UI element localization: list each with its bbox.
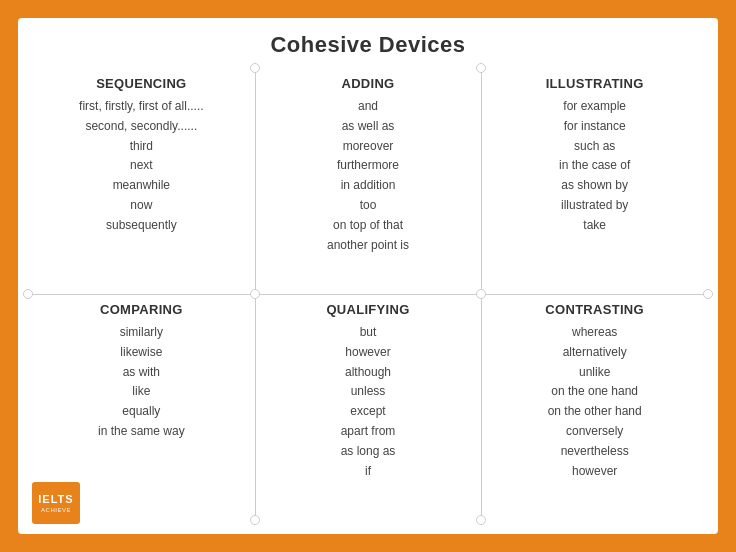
list-item: on the other hand bbox=[548, 402, 642, 422]
list-item: second, secondly...... bbox=[79, 117, 203, 137]
list-item: first, firstly, first of all..... bbox=[79, 97, 203, 117]
ielts-label: IELTS bbox=[38, 493, 73, 505]
list-item: in the same way bbox=[98, 422, 185, 442]
list-item: such as bbox=[559, 137, 630, 157]
adding-header: ADDING bbox=[341, 76, 394, 91]
list-item: if bbox=[341, 462, 396, 482]
list-item: third bbox=[79, 137, 203, 157]
list-item: for instance bbox=[559, 117, 630, 137]
list-item: but bbox=[341, 323, 396, 343]
contrasting-header: CONTRASTING bbox=[545, 302, 644, 317]
list-item: moreover bbox=[327, 137, 409, 157]
cell-qualifying: QUALIFYING but however although unless e… bbox=[255, 294, 482, 520]
list-item: nevertheless bbox=[548, 442, 642, 462]
achieve-label: ACHIEVE bbox=[41, 507, 71, 513]
comparing-items: similarly likewise as with like equally … bbox=[98, 323, 185, 442]
qualifying-items: but however although unless except apart… bbox=[341, 323, 396, 481]
list-item: as shown by bbox=[559, 176, 630, 196]
list-item: in addition bbox=[327, 176, 409, 196]
illustrating-header: ILLUSTRATING bbox=[546, 76, 644, 91]
list-item: although bbox=[341, 363, 396, 383]
list-item: unlike bbox=[548, 363, 642, 383]
list-item: subsequently bbox=[79, 216, 203, 236]
list-item: alternatively bbox=[548, 343, 642, 363]
list-item: next bbox=[79, 156, 203, 176]
cell-adding: ADDING and as well as moreover furthermo… bbox=[255, 68, 482, 294]
list-item: as well as bbox=[327, 117, 409, 137]
list-item: furthermore bbox=[327, 156, 409, 176]
ielts-badge: IELTS ACHIEVE bbox=[32, 482, 80, 524]
list-item: however bbox=[341, 343, 396, 363]
circle-mid-center-right bbox=[476, 289, 486, 299]
list-item: now bbox=[79, 196, 203, 216]
list-item: on the one hand bbox=[548, 382, 642, 402]
adding-items: and as well as moreover furthermore in a… bbox=[327, 97, 409, 255]
horizontal-divider bbox=[28, 294, 708, 295]
list-item: equally bbox=[98, 402, 185, 422]
cell-illustrating: ILLUSTRATING for example for instance su… bbox=[481, 68, 708, 294]
list-item: except bbox=[341, 402, 396, 422]
list-item: similarly bbox=[98, 323, 185, 343]
cell-contrasting: CONTRASTING whereas alternatively unlike… bbox=[481, 294, 708, 520]
list-item: unless bbox=[341, 382, 396, 402]
cell-sequencing: SEQUENCING first, firstly, first of all.… bbox=[28, 68, 255, 294]
circle-mid-left-edge bbox=[23, 289, 33, 299]
comparing-header: COMPARING bbox=[100, 302, 183, 317]
circle-top-right bbox=[476, 63, 486, 73]
list-item: take bbox=[559, 216, 630, 236]
page-title: Cohesive Devices bbox=[28, 32, 708, 58]
illustrating-items: for example for instance such as in the … bbox=[559, 97, 630, 236]
list-item: meanwhile bbox=[79, 176, 203, 196]
sequencing-items: first, firstly, first of all..... second… bbox=[79, 97, 203, 236]
list-item: as long as bbox=[341, 442, 396, 462]
list-item: another point is bbox=[327, 236, 409, 256]
list-item: in the case of bbox=[559, 156, 630, 176]
list-item: whereas bbox=[548, 323, 642, 343]
contrasting-items: whereas alternatively unlike on the one … bbox=[548, 323, 642, 481]
circle-bot-left bbox=[250, 515, 260, 525]
list-item: and bbox=[327, 97, 409, 117]
list-item: likewise bbox=[98, 343, 185, 363]
sequencing-header: SEQUENCING bbox=[96, 76, 186, 91]
list-item: illustrated by bbox=[559, 196, 630, 216]
circle-mid-center-left bbox=[250, 289, 260, 299]
circle-mid-right-edge bbox=[703, 289, 713, 299]
circle-bot-right bbox=[476, 515, 486, 525]
cohesive-grid: SEQUENCING first, firstly, first of all.… bbox=[28, 68, 708, 520]
card: Cohesive Devices SEQUENCING first, firs bbox=[18, 18, 718, 534]
list-item: as with bbox=[98, 363, 185, 383]
qualifying-header: QUALIFYING bbox=[326, 302, 409, 317]
list-item: too bbox=[327, 196, 409, 216]
list-item: on top of that bbox=[327, 216, 409, 236]
circle-top-left bbox=[250, 63, 260, 73]
list-item: however bbox=[548, 462, 642, 482]
list-item: for example bbox=[559, 97, 630, 117]
outer-background: Cohesive Devices SEQUENCING first, firs bbox=[0, 0, 736, 552]
list-item: apart from bbox=[341, 422, 396, 442]
list-item: like bbox=[98, 382, 185, 402]
list-item: conversely bbox=[548, 422, 642, 442]
